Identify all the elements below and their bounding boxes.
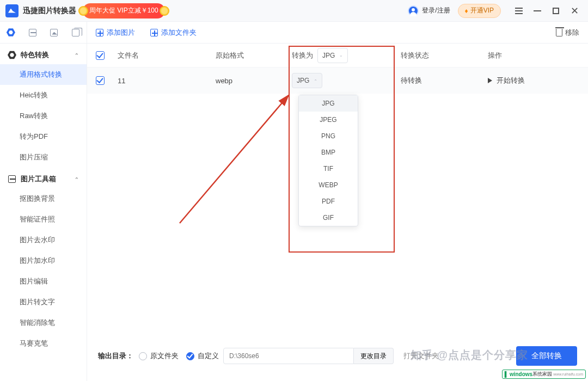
hex-icon <box>7 28 15 37</box>
radio-custom-folder[interactable] <box>186 352 194 360</box>
output-path-input[interactable] <box>223 348 354 364</box>
cell-status: 待转换 <box>401 76 488 85</box>
nav-item[interactable]: 图片加水印 <box>0 250 87 271</box>
source-badge: ▌ windows 系统家园 www.ruihaifu.com <box>502 370 586 379</box>
dropdown-option[interactable]: WEBP <box>299 177 358 193</box>
menu-button[interactable] <box>511 3 527 19</box>
col-action: 操作 <box>488 51 579 60</box>
toolbar: 添加图片 添加文件夹 移除 <box>87 22 588 44</box>
radio-custom-label: 自定义 <box>198 351 219 361</box>
sidebar-tab-stack[interactable] <box>70 27 81 38</box>
annotation-arrow <box>174 87 294 229</box>
svg-line-0 <box>180 95 289 223</box>
dropdown-option[interactable]: JPEG <box>299 112 358 128</box>
bottom-bar: 输出目录： 原文件夹 自定义 更改目录 打开文件夹 全部转换 <box>87 344 588 368</box>
dropdown-option[interactable]: BMP <box>299 144 358 161</box>
col-status: 转换状态 <box>401 51 488 60</box>
toolbox-icon <box>8 175 16 183</box>
remove-button[interactable]: 移除 <box>556 28 579 38</box>
output-label: 输出目录： <box>98 351 133 361</box>
main-panel: 添加图片 添加文件夹 移除 文件名 原始格式 转换为 JPG⌄ 转换状态 操作 … <box>87 22 588 381</box>
login-link[interactable]: 登录/注册 <box>422 6 450 15</box>
dropdown-option[interactable]: JPG <box>299 95 358 112</box>
hamburger-icon <box>515 10 523 11</box>
chevron-up-icon: ⌄ <box>314 78 317 83</box>
col-original-format: 原始格式 <box>216 51 292 60</box>
minimize-icon <box>534 10 541 11</box>
start-convert-button[interactable]: 开始转换 <box>488 76 579 85</box>
hex-icon <box>8 51 16 59</box>
dropdown-option[interactable]: GIF <box>299 210 358 226</box>
chevron-up-icon: ⌄ <box>75 52 79 58</box>
nav-item[interactable]: 智能消除笔 <box>0 312 87 333</box>
titlebar: 迅捷图片转换器 周年大促 VIP立减￥100 登录/注册 ♦开通VIP ✕ <box>0 0 588 22</box>
diamond-icon: ♦ <box>465 7 468 15</box>
vip-button[interactable]: ♦开通VIP <box>458 4 501 18</box>
nav-item[interactable]: 图片压缩 <box>0 147 87 168</box>
row-format-select[interactable]: JPG⌄ <box>292 73 322 88</box>
sidebar-tab-convert[interactable] <box>5 27 16 38</box>
nav-item[interactable]: 抠图换背景 <box>0 188 87 209</box>
close-icon: ✕ <box>571 5 579 17</box>
col-filename: 文件名 <box>118 51 216 60</box>
minimize-button[interactable] <box>529 3 546 19</box>
stack-icon <box>72 29 79 36</box>
nav-item[interactable]: Heic转换 <box>0 85 87 106</box>
sidebar-tab-image[interactable] <box>27 27 38 38</box>
sidebar-top-tabs <box>0 22 87 44</box>
maximize-icon <box>553 8 559 14</box>
close-button[interactable]: ✕ <box>566 3 583 19</box>
dropdown-option[interactable]: PDF <box>299 193 358 210</box>
app-logo-icon <box>5 4 19 17</box>
square-icon <box>29 29 36 36</box>
windows-logo-icon: ▌ <box>505 371 509 377</box>
maximize-button[interactable] <box>548 3 564 19</box>
nav-item[interactable]: 通用格式转换 <box>0 64 87 85</box>
image-icon <box>50 29 58 36</box>
header-format-select[interactable]: JPG⌄ <box>317 48 348 63</box>
promo-banner[interactable]: 周年大促 VIP立减￥100 <box>83 3 165 19</box>
col-convert-to: 转换为 JPG⌄ <box>292 48 401 63</box>
nav-item[interactable]: 图片编辑 <box>0 271 87 292</box>
add-icon <box>96 29 103 36</box>
select-all-checkbox[interactable] <box>96 51 105 60</box>
chevron-down-icon: ⌄ <box>339 53 343 58</box>
radio-original-label: 原文件夹 <box>150 351 179 361</box>
nav-item[interactable]: Raw转换 <box>0 106 87 126</box>
sidebar-group-toolbox[interactable]: 图片工具箱 ⌄ <box>0 168 87 188</box>
radio-original-folder[interactable] <box>139 352 147 360</box>
nav-item[interactable]: 马赛克笔 <box>0 333 87 354</box>
open-folder-link[interactable]: 打开文件夹 <box>403 351 439 361</box>
chevron-up-icon: ⌄ <box>75 176 79 182</box>
nav-item[interactable]: 智能证件照 <box>0 209 87 230</box>
add-image-button[interactable]: 添加图片 <box>96 28 135 38</box>
dropdown-option[interactable]: TIF <box>299 161 358 177</box>
avatar-icon <box>408 5 419 16</box>
change-dir-button[interactable]: 更改目录 <box>354 348 394 364</box>
play-icon <box>488 78 492 83</box>
trash-icon <box>556 29 562 36</box>
sidebar-tab-pic[interactable] <box>48 27 59 38</box>
cell-original-format: webp <box>216 77 292 85</box>
sidebar: 特色转换 ⌄ 通用格式转换Heic转换Raw转换转为PDF图片压缩 图片工具箱 … <box>0 22 87 381</box>
add-folder-button[interactable]: 添加文件夹 <box>150 28 197 38</box>
row-checkbox[interactable] <box>96 76 105 85</box>
nav-item[interactable]: 转为PDF <box>0 126 87 147</box>
convert-all-button[interactable]: 全部转换 <box>516 346 577 366</box>
nav-item[interactable]: 图片去水印 <box>0 230 87 250</box>
nav-item[interactable]: 图片转文字 <box>0 292 87 312</box>
table-row: 11 webp JPG⌄ 待转换 开始转换 <box>87 67 588 94</box>
cell-filename: 11 <box>118 77 216 85</box>
dropdown-option[interactable]: PNG <box>299 128 358 144</box>
sidebar-group-special[interactable]: 特色转换 ⌄ <box>0 44 87 64</box>
app-title: 迅捷图片转换器 <box>23 6 76 16</box>
table-header: 文件名 原始格式 转换为 JPG⌄ 转换状态 操作 <box>87 44 588 67</box>
add-icon <box>150 29 158 36</box>
format-dropdown: JPGJPEGPNGBMPTIFWEBPPDFGIF <box>298 95 358 226</box>
